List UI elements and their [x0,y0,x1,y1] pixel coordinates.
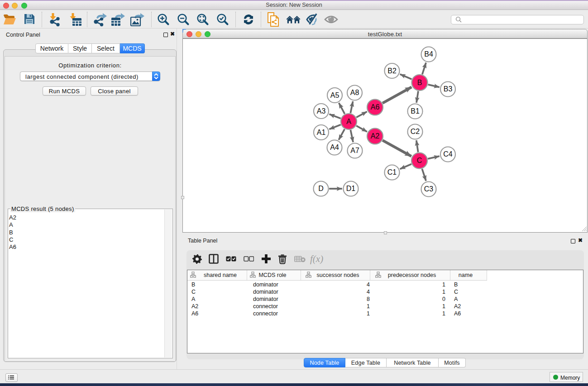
svg-text:C: C [417,157,422,164]
svg-text:A8: A8 [350,89,359,96]
svg-text:B: B [417,79,422,86]
svg-text:D1: D1 [346,185,356,192]
svg-text:A1: A1 [317,129,326,136]
svg-text:C2: C2 [411,128,420,135]
svg-text:A4: A4 [330,143,339,151]
svg-text:B1: B1 [411,107,420,115]
svg-text:A3: A3 [317,107,326,115]
svg-text:B2: B2 [387,67,397,75]
svg-text:A7: A7 [350,147,359,154]
svg-text:C4: C4 [443,150,453,158]
svg-text:C3: C3 [424,185,434,193]
svg-text:A5: A5 [330,91,339,99]
svg-text:C1: C1 [387,168,397,176]
svg-text:B3: B3 [444,85,453,93]
svg-text:A: A [346,118,351,125]
svg-text:A6: A6 [371,103,380,111]
svg-text:D: D [318,185,324,192]
svg-text:A2: A2 [371,132,380,140]
svg-text:B4: B4 [424,50,433,58]
